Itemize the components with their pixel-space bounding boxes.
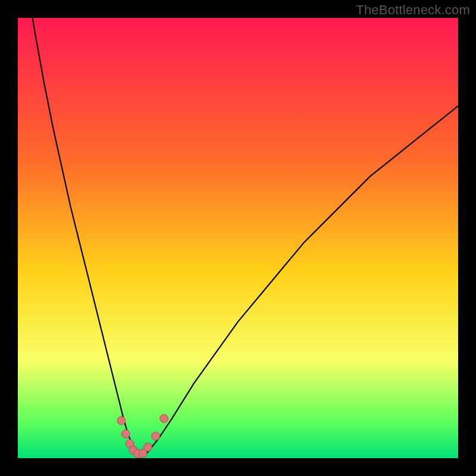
chart-svg bbox=[18, 18, 458, 458]
curve-dot bbox=[117, 416, 126, 425]
watermark-text: TheBottleneck.com bbox=[356, 2, 470, 18]
curve-dot bbox=[121, 430, 130, 438]
curve-dot bbox=[160, 414, 168, 422]
curve-dot bbox=[152, 432, 160, 440]
gradient-background bbox=[18, 18, 458, 458]
curve-dot bbox=[143, 443, 152, 452]
plot-area bbox=[18, 18, 458, 458]
